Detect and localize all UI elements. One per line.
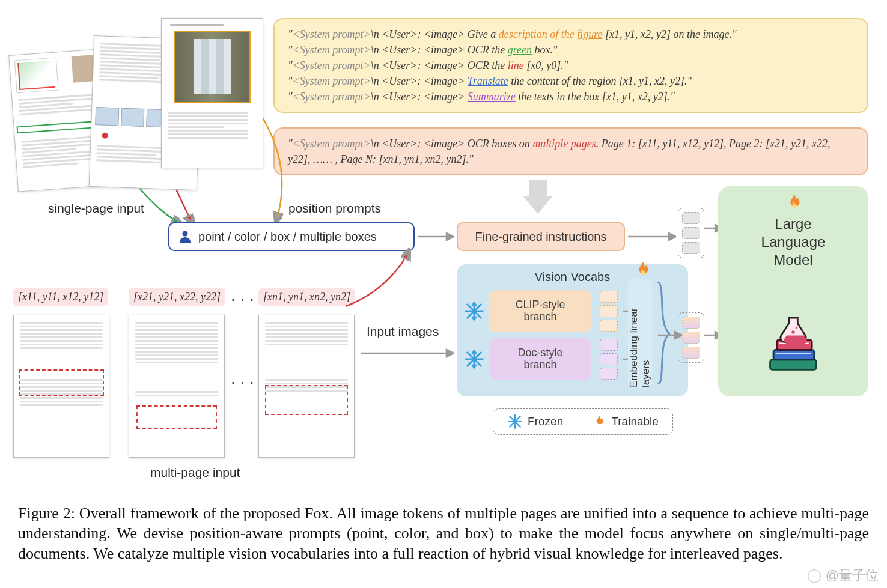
mp-page-1: [13, 315, 109, 458]
svg-rect-18: [773, 350, 814, 360]
flame-icon: [631, 259, 653, 281]
llm-logo-icon: [760, 312, 826, 378]
curve-mp-to-pos: [312, 240, 433, 324]
input-images-label: Input images: [367, 324, 439, 339]
fine-grained-instructions: Fine-grained instructions: [457, 222, 625, 251]
svg-rect-17: [770, 360, 817, 370]
arrow-fg-to-tokens: [628, 231, 676, 245]
fg-token-stack: [678, 208, 704, 258]
embedding-linear-layers: Embedding linear layers: [628, 279, 652, 387]
multi-page-label: multi-page input: [150, 465, 240, 480]
mp-page-2: [129, 315, 225, 458]
down-arrow-icon: [523, 180, 553, 214]
watermark: ◯ @量子位: [807, 566, 879, 584]
mp-coord-2: [x21, y21, x22, y22]: [129, 288, 225, 306]
svg-point-22: [791, 330, 795, 334]
position-prompts-label: position prompts: [288, 201, 381, 216]
clip-branch: CLIP-style branch: [489, 290, 591, 332]
user-icon: [178, 229, 192, 244]
arrow-input-images: [361, 347, 454, 362]
flame-icon: [591, 414, 606, 429]
legend-frozen: Frozen: [528, 415, 563, 428]
llm-panel: Large Language Model: [718, 186, 868, 396]
llm-label-1: Large: [775, 215, 811, 233]
snowflake-icon: [507, 414, 523, 429]
diagram-canvas: "<System prompt>\n <User>: <image> Give …: [0, 0, 887, 493]
page-thumb-3: [161, 18, 263, 168]
legend-trainable: Trainable: [611, 415, 659, 428]
dots-icon: · · ·: [231, 289, 254, 309]
doc-branch: Doc-style branch: [489, 338, 591, 380]
flame-icon: [782, 192, 804, 214]
svg-point-23: [796, 327, 798, 329]
mp-page-n: [258, 315, 355, 458]
fine-grained-label: Fine-grained instructions: [475, 230, 607, 244]
mp-coord-1: [x11, y11, x12, y12]: [13, 288, 108, 306]
snowflake-icon: [464, 301, 484, 321]
vision-vocabs-panel: Vision Vocabs CLIP-style branch: [457, 264, 688, 396]
legend: Frozen Trainable: [493, 408, 673, 435]
doc-tokens: [600, 339, 618, 380]
svg-point-0: [183, 231, 188, 237]
vision-token-stack: [678, 312, 704, 363]
llm-label-3: Model: [773, 251, 812, 269]
clip-tokens: [600, 291, 618, 332]
llm-label-2: Language: [761, 233, 826, 251]
dots-icon: · · ·: [231, 372, 254, 392]
snowflake-icon: [464, 349, 484, 369]
figure-caption: Figure 2: Overall framework of the propo…: [18, 503, 869, 563]
